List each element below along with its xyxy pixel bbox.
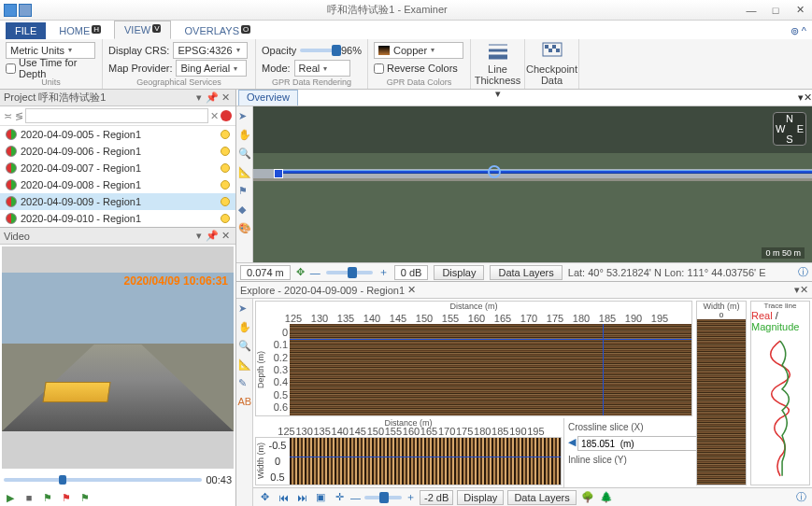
qat-save-icon[interactable] — [4, 4, 17, 17]
bulb-icon[interactable] — [221, 197, 230, 206]
step-fwd-icon[interactable]: ⏭ — [294, 490, 309, 505]
cscan-canvas[interactable] — [290, 438, 561, 485]
project-search-input[interactable] — [25, 108, 208, 123]
tree-icon[interactable]: 🌳 — [580, 490, 595, 505]
distance-readout: 0.074 m — [240, 265, 291, 280]
pointer-tool-icon[interactable]: ➤ — [238, 110, 251, 123]
qat-icon[interactable] — [19, 4, 32, 17]
palette-tool-icon[interactable]: 🎨 — [238, 222, 251, 235]
gain-slider[interactable] — [326, 271, 373, 274]
cursor-icon[interactable]: ✛ — [332, 490, 347, 505]
bulb-icon[interactable] — [221, 147, 230, 156]
mode-combo[interactable]: Real▾ — [294, 60, 350, 77]
flag-add-icon[interactable]: ⚑ — [78, 491, 92, 504]
map-viewport[interactable]: N S W E 0 m 50 m — [253, 106, 812, 262]
use-time-checkbox[interactable]: Use Time for Depth — [6, 57, 96, 79]
maximize-button[interactable]: □ — [763, 1, 788, 20]
pointer-tool-icon[interactable]: ➤ — [238, 302, 251, 316]
units-combo[interactable]: Metric Units▾ — [6, 42, 95, 59]
latlon-readout: Lat: 40° 53.21824' N Lon: 111° 44.03756'… — [568, 267, 766, 278]
record-icon[interactable] — [221, 110, 232, 121]
flag-tool-icon[interactable]: ⚑ — [238, 185, 251, 198]
project-item[interactable]: 2020-04-09-006 - Region1 — [0, 143, 235, 160]
gain-plus-icon[interactable]: ＋ — [406, 490, 416, 504]
tab-file[interactable]: FILE — [6, 22, 46, 39]
crop-icon[interactable]: ▣ — [313, 490, 328, 505]
panel-pin-icon[interactable]: 📌 — [206, 230, 219, 242]
data-layers-button[interactable]: Data Layers — [507, 490, 576, 505]
video-panel: Video▾📌✕ 2020/04/09 10:06:31 00:43 ▶ ■ ⚑… — [0, 228, 235, 506]
palette-combo[interactable]: Copper▾ — [374, 42, 463, 59]
minimize-button[interactable]: — — [739, 1, 763, 20]
data-layers-button[interactable]: Data Layers — [490, 265, 562, 280]
project-item-label: 2020-04-09-010 - Region1 — [21, 213, 141, 224]
step-back-icon[interactable]: ⏮ — [276, 490, 291, 505]
gain-minus-icon[interactable]: — — [310, 267, 321, 278]
pan-tool-icon[interactable]: ✋ — [238, 129, 251, 142]
line-thickness-button[interactable]: Line Thickness▾ — [473, 41, 523, 99]
tree2-icon[interactable]: 🌲 — [599, 490, 614, 505]
pan-tool-icon[interactable]: ✋ — [238, 321, 251, 334]
measure-tool-icon[interactable]: 📐 — [238, 166, 251, 179]
info-icon[interactable]: ⓘ — [793, 490, 808, 505]
panel-pin-icon[interactable]: 📌 — [206, 91, 219, 104]
fit-icon[interactable]: ✥ — [296, 266, 305, 278]
panel-menu-icon[interactable]: ▾ — [192, 230, 206, 242]
project-item-label: 2020-04-09-008 - Region1 — [21, 179, 141, 190]
display-button[interactable]: Display — [457, 490, 504, 505]
title-bar: 呼和浩特试验1 - Examiner — □ ✕ — [0, 0, 812, 21]
project-item[interactable]: 2020-04-09-008 - Region1 — [0, 176, 235, 193]
project-item-label: 2020-04-09-006 - Region1 — [21, 146, 141, 157]
video-scrubber[interactable] — [4, 478, 202, 482]
project-item[interactable]: 2020-04-09-010 - Region1 — [0, 210, 235, 227]
map-provider-combo[interactable]: Bing Aerial▾ — [176, 60, 247, 77]
project-item[interactable]: 2020-04-09-005 - Region1 — [0, 126, 235, 143]
bulb-icon[interactable] — [221, 163, 230, 173]
line-thickness-icon — [487, 41, 509, 62]
explore-gain-slider[interactable] — [364, 496, 402, 499]
display-button[interactable]: Display — [434, 265, 484, 280]
flag-prev-icon[interactable]: ⚑ — [41, 491, 54, 504]
gain-minus-icon[interactable]: — — [350, 492, 361, 503]
explore-tab-close-icon[interactable]: ✕ — [405, 284, 418, 296]
pick-tool-icon[interactable]: ✎ — [238, 377, 251, 390]
width-scan-canvas[interactable] — [697, 319, 746, 485]
panel-close-icon[interactable]: ✕ — [800, 284, 808, 296]
flag-next-icon[interactable]: ⚑ — [60, 491, 73, 504]
ribbon-help-icon[interactable]: ⊚ ^ — [785, 23, 812, 39]
zoom-tool-icon[interactable]: 🔍 — [238, 340, 251, 353]
panel-close-icon[interactable]: ✕ — [804, 91, 812, 104]
panel-close-icon[interactable]: ✕ — [219, 230, 232, 242]
bulb-icon[interactable] — [221, 180, 230, 190]
crs-combo[interactable]: EPSG:4326▾ — [173, 42, 248, 59]
gain-plus-icon[interactable]: ＋ — [378, 265, 389, 279]
play-button[interactable]: ▶ — [4, 491, 17, 504]
stop-button[interactable]: ■ — [22, 491, 36, 504]
close-button[interactable]: ✕ — [788, 1, 812, 20]
bulb-icon[interactable] — [221, 214, 230, 223]
bscan-canvas[interactable] — [290, 324, 691, 415]
checkpoint-data-button[interactable]: Checkpoint Data — [527, 41, 577, 86]
panel-menu-icon[interactable]: ▾ — [192, 91, 206, 104]
info-icon[interactable]: ⓘ — [798, 265, 808, 279]
reverse-colors-checkbox[interactable]: Reverse Colors — [374, 63, 458, 74]
project-item[interactable]: 2020-04-09-007 - Region1 — [0, 160, 235, 176]
overview-tab[interactable]: Overview — [238, 90, 298, 105]
zoom-tool-icon[interactable]: 🔍 — [238, 148, 251, 161]
compass-icon[interactable]: N S W E — [773, 112, 806, 146]
marker-tool-icon[interactable]: ◆ — [238, 204, 251, 217]
fit-icon[interactable]: ✥ — [257, 490, 272, 505]
project-item[interactable]: 2020-04-09-009 - Region1 — [0, 193, 235, 210]
crossline-input[interactable] — [577, 436, 704, 451]
tab-overlays[interactable]: OVERLAYSO — [175, 22, 260, 39]
bulb-icon[interactable] — [221, 130, 230, 139]
panel-close-icon[interactable]: ✕ — [219, 91, 232, 104]
text-tool-icon[interactable]: AB — [238, 396, 251, 409]
bscan-view: Distance (m) 125130135140145150155160165… — [255, 301, 692, 416]
measure-tool-icon[interactable]: 📐 — [238, 358, 251, 372]
search-clear-icon[interactable]: ✕ — [210, 110, 219, 122]
tab-view[interactable]: VIEWV — [114, 21, 171, 39]
opacity-slider[interactable] — [300, 49, 337, 52]
crossline-prev-icon[interactable]: ◀ — [568, 436, 576, 451]
tab-home[interactable]: HOMEH — [50, 22, 110, 39]
